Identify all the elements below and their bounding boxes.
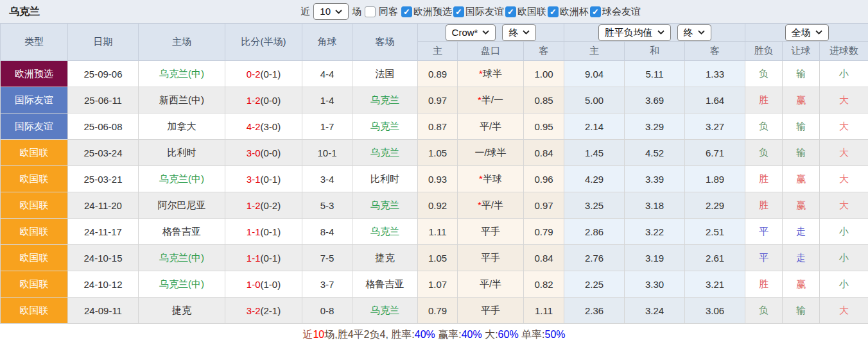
away-team[interactable]: 乌克兰 xyxy=(352,192,418,219)
bookmaker-select[interactable]: Crow* xyxy=(446,24,496,41)
avg-draw-odds: 3.24 xyxy=(625,298,685,324)
avg-lose-odds: 1.33 xyxy=(685,61,745,87)
avg-type-select[interactable]: 胜平负均值 xyxy=(598,24,671,41)
full-time-score: 1-1 xyxy=(247,226,261,237)
avg-draw-odds: 3.19 xyxy=(625,245,685,271)
avg-win-odds: 2.14 xyxy=(564,114,625,140)
result-wdl: 胜 xyxy=(745,166,783,192)
subcol-avg-lose: 客 xyxy=(685,42,745,61)
handicap-cell: *半/一 xyxy=(458,87,524,114)
handicap-value: 一/球半 xyxy=(474,147,506,158)
competition-filter-checkbox[interactable]: ✓ xyxy=(401,6,412,17)
avg-win-odds: 2.86 xyxy=(564,219,625,245)
col-header-type: 类型 xyxy=(1,24,68,61)
match-date: 24-10-12 xyxy=(68,271,139,298)
match-date: 25-03-21 xyxy=(68,166,139,192)
odds-away: 0.84 xyxy=(524,245,564,271)
odds-time-select[interactable]: 终 xyxy=(502,24,536,41)
avg-lose-odds: 6.71 xyxy=(685,140,745,166)
corners-score: 7-5 xyxy=(302,245,352,271)
handicap-cell: 平手 xyxy=(458,219,524,245)
away-team[interactable]: 乌克兰 xyxy=(352,219,418,245)
odds-away: 0.85 xyxy=(524,87,564,114)
away-team[interactable]: 格鲁吉亚 xyxy=(352,271,418,298)
scope-select-value: 全场 xyxy=(792,27,811,38)
same-away-checkbox[interactable] xyxy=(365,6,376,17)
scope-select[interactable]: 全场 xyxy=(785,24,829,41)
avg-win-odds: 2.76 xyxy=(564,245,625,271)
result-goals: 大 xyxy=(820,298,868,324)
competition-filter-label: 国际友谊 xyxy=(465,6,504,18)
result-wdl: 胜 xyxy=(745,192,783,219)
avg-lose-odds: 3.21 xyxy=(685,271,745,298)
away-team[interactable]: 捷克 xyxy=(352,245,418,271)
chevron-down-icon xyxy=(698,30,705,35)
competition-filter-checkbox[interactable]: ✓ xyxy=(453,6,464,17)
table-header: 类型 日期 主场 比分(半场) 角球 客场 Crow* 终 xyxy=(1,24,868,61)
summary-text-part: 40% xyxy=(462,329,482,341)
away-team[interactable]: 乌克兰 xyxy=(352,298,418,324)
subcol-result-wdl: 胜负 xyxy=(745,42,783,61)
home-team[interactable]: 格鲁吉亚 xyxy=(139,219,225,245)
away-team[interactable]: 法国 xyxy=(352,61,418,87)
home-team[interactable]: 比利时 xyxy=(139,140,225,166)
half-time-score: (0-1) xyxy=(261,174,281,185)
match-row: 国际友谊 25-06-08 加拿大 4-2(3-0) 1-7 乌克兰 0.87 … xyxy=(1,114,868,140)
full-time-score: 3-0 xyxy=(247,147,261,158)
handicap-cell: *平/半 xyxy=(458,192,524,219)
away-team[interactable]: 乌克兰 xyxy=(352,87,418,114)
corners-score: 4-4 xyxy=(302,61,352,87)
corners-score: 5-3 xyxy=(302,192,352,219)
chevron-down-icon xyxy=(657,30,664,35)
odds-time-select-value: 终 xyxy=(508,27,518,38)
competition-type-badge: 欧国联 xyxy=(1,298,68,324)
score-cell: 0-2(0-1) xyxy=(225,61,302,87)
score-cell: 4-2(3-0) xyxy=(225,114,302,140)
away-team[interactable]: 乌克兰 xyxy=(352,114,418,140)
corners-score: 0-8 xyxy=(302,298,352,324)
competition-filter: ✓国际友谊 xyxy=(453,6,504,18)
odds-group-header: Crow* 终 xyxy=(418,24,564,42)
competition-filter-checkbox[interactable]: ✓ xyxy=(505,6,516,17)
match-date: 24-09-11 xyxy=(68,298,139,324)
result-handicap: 走 xyxy=(783,219,820,245)
result-goals: 大 xyxy=(820,192,868,219)
score-cell: 1-1(0-1) xyxy=(225,219,302,245)
score-cell: 3-1(0-1) xyxy=(225,166,302,192)
full-time-score: 1-2 xyxy=(247,200,261,211)
result-wdl: 胜 xyxy=(745,271,783,298)
avg-win-odds: 3.25 xyxy=(564,192,625,219)
home-team[interactable]: 捷克 xyxy=(139,298,225,324)
avg-draw-odds: 3.18 xyxy=(625,192,685,219)
col-header-home: 主场 xyxy=(139,24,225,61)
chevron-down-icon xyxy=(815,30,822,35)
match-date: 24-11-17 xyxy=(68,219,139,245)
full-time-score: 1-0 xyxy=(247,279,261,290)
home-team[interactable]: 乌克兰(中) xyxy=(139,61,225,87)
away-team[interactable]: 乌克兰 xyxy=(352,140,418,166)
competition-type-badge: 国际友谊 xyxy=(1,114,68,140)
home-team[interactable]: 乌克兰(中) xyxy=(139,245,225,271)
home-team[interactable]: 乌克兰(中) xyxy=(139,271,225,298)
home-team[interactable]: 乌克兰(中) xyxy=(139,166,225,192)
away-team[interactable]: 比利时 xyxy=(352,166,418,192)
half-time-score: (0-0) xyxy=(261,147,281,158)
chevron-down-icon xyxy=(335,10,342,14)
summary-text-part: 单率: xyxy=(519,328,545,342)
match-date: 24-11-20 xyxy=(68,192,139,219)
handicap-value: 半球 xyxy=(483,173,502,184)
avg-time-select[interactable]: 终 xyxy=(677,24,711,41)
result-handicap: 赢 xyxy=(783,271,820,298)
odds-home: 0.92 xyxy=(418,192,458,219)
summary-text-part: 赢率: xyxy=(435,328,462,342)
home-team[interactable]: 阿尔巴尼亚 xyxy=(139,192,225,219)
home-team[interactable]: 加拿大 xyxy=(139,114,225,140)
competition-filter-checkbox[interactable]: ✓ xyxy=(548,6,559,17)
subcol-avg-draw: 和 xyxy=(625,42,685,61)
avg-draw-odds: 3.29 xyxy=(625,114,685,140)
home-team[interactable]: 新西兰(中) xyxy=(139,87,225,114)
competition-type-badge: 欧国联 xyxy=(1,192,68,219)
match-count-select[interactable]: 10 xyxy=(313,3,349,20)
competition-filter-checkbox[interactable]: ✓ xyxy=(590,6,601,17)
competition-type-badge: 欧国联 xyxy=(1,166,68,192)
